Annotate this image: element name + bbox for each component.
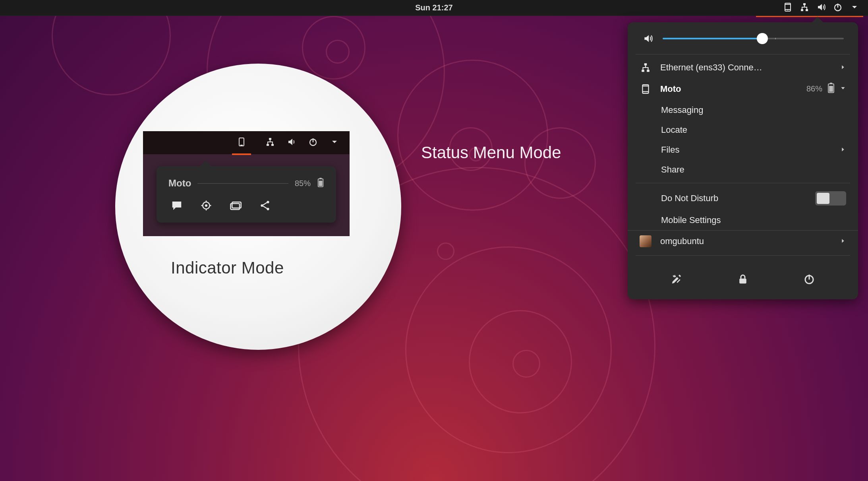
device-mobile-icon	[640, 84, 651, 94]
status-menu-mode-label: Status Menu Mode	[421, 143, 561, 162]
footer-actions	[628, 259, 858, 299]
status-menu: Ethernet (ens33) Conne… Moto 86% Messagi…	[628, 22, 858, 299]
power-icon[interactable]	[833, 2, 843, 14]
indicator-battery-pct: 85%	[295, 179, 311, 188]
volume-slider[interactable]	[663, 38, 844, 39]
chevron-right-icon	[840, 145, 846, 155]
settings-button[interactable]	[671, 273, 682, 287]
mobile-settings-item[interactable]: Mobile Settings	[628, 210, 858, 230]
user-item[interactable]: omgubuntu	[628, 230, 858, 252]
svg-rect-18	[829, 86, 833, 92]
indicator-card: Moto 85%	[157, 166, 336, 223]
separator	[636, 183, 850, 183]
device-mobile-icon[interactable]	[783, 2, 793, 14]
svg-rect-7	[806, 9, 808, 11]
locate-icon[interactable]	[200, 200, 212, 213]
chevron-right-icon	[840, 236, 846, 246]
svg-rect-6	[801, 9, 803, 11]
volume-icon[interactable]	[816, 2, 826, 14]
svg-rect-26	[271, 144, 274, 146]
power-icon[interactable]	[308, 137, 318, 148]
files-item[interactable]: Files	[628, 140, 858, 160]
files-icon[interactable]	[230, 200, 242, 213]
messaging-icon[interactable]	[171, 200, 183, 213]
network-wired-icon[interactable]	[800, 2, 809, 14]
avatar	[640, 235, 651, 247]
top-bar: Sun 21:27	[0, 0, 868, 16]
volume-slider-row	[628, 22, 858, 51]
device-battery-pct: 86%	[806, 84, 822, 93]
svg-rect-5	[803, 3, 806, 5]
chevron-down-icon[interactable]	[330, 137, 339, 148]
system-tray[interactable]	[779, 0, 863, 16]
svg-rect-19	[739, 279, 746, 284]
dnd-toggle[interactable]	[815, 191, 846, 206]
locate-item[interactable]: Locate	[628, 120, 858, 140]
tray-active-underline	[756, 16, 863, 17]
battery-icon	[317, 177, 324, 189]
svg-rect-24	[269, 138, 271, 140]
svg-rect-12	[647, 70, 650, 72]
device-mobile-icon[interactable]	[230, 137, 253, 148]
svg-rect-11	[642, 70, 644, 72]
ethernet-label: Ethernet (ens33) Conne…	[660, 62, 831, 73]
user-name: omgubuntu	[660, 236, 831, 246]
ethernet-item[interactable]: Ethernet (ens33) Conne…	[628, 58, 858, 78]
clock[interactable]: Sun 21:27	[415, 3, 452, 12]
separator	[636, 255, 850, 256]
svg-rect-30	[319, 178, 321, 179]
svg-rect-25	[267, 144, 269, 146]
power-button[interactable]	[803, 273, 815, 287]
dnd-item[interactable]: Do Not Disturb	[628, 186, 858, 210]
volume-slider-thumb[interactable]	[757, 33, 768, 44]
lock-button[interactable]	[737, 273, 749, 287]
chevron-down-icon[interactable]	[850, 2, 859, 14]
svg-rect-10	[644, 63, 647, 65]
indicator-preview-panel: Moto 85%	[143, 131, 350, 236]
volume-icon	[642, 33, 654, 44]
battery-icon	[827, 82, 835, 95]
device-item[interactable]: Moto 86%	[628, 78, 858, 100]
device-name: Moto	[660, 84, 798, 94]
indicator-device-name: Moto	[168, 178, 191, 189]
svg-point-33	[205, 204, 207, 207]
svg-rect-31	[319, 181, 323, 186]
chevron-right-icon	[840, 62, 846, 73]
share-icon[interactable]	[259, 200, 271, 213]
network-wired-icon	[640, 62, 651, 73]
separator	[636, 54, 850, 54]
separator	[197, 183, 288, 184]
network-wired-icon[interactable]	[265, 137, 275, 148]
svg-rect-17	[830, 83, 832, 84]
messaging-item[interactable]: Messaging	[628, 100, 858, 120]
indicator-mode-label: Indicator Mode	[171, 258, 284, 277]
inset-top-bar	[143, 131, 350, 154]
chevron-down-icon	[840, 84, 846, 93]
volume-icon[interactable]	[287, 137, 296, 148]
share-item[interactable]: Share	[628, 160, 858, 180]
